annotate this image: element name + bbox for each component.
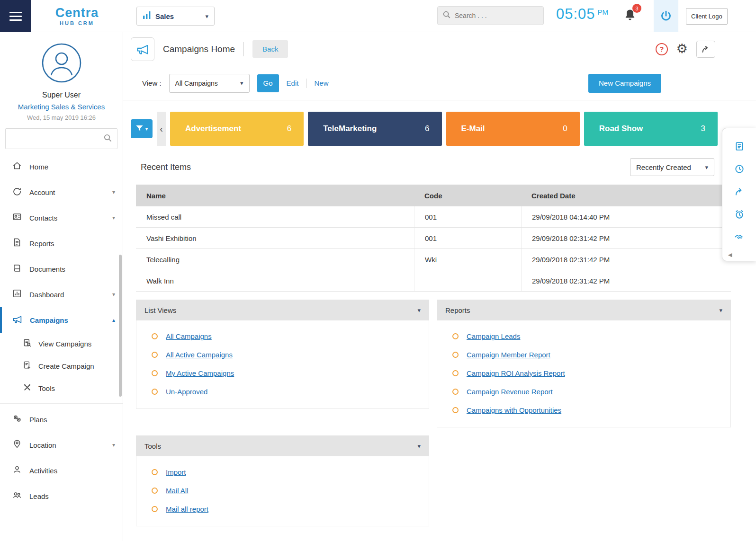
recent-items-header: Recent Items Recently Created ▾ [141,158,731,176]
radio-bullet-icon [452,370,459,376]
column-header-name: Name [136,185,414,206]
view-label: View : [142,79,162,87]
sidebar-item-account[interactable]: Account ▾ [0,179,123,205]
sidebar-item-tools[interactable]: Tools [0,377,123,399]
history-clock-icon[interactable] [722,158,756,180]
list-view-item[interactable]: All Campaigns [136,327,429,346]
notification-badge: 3 [632,4,641,13]
notifications-button[interactable]: 3 [623,8,639,25]
search-icon [103,133,112,144]
report-item[interactable]: Campaign Member Report [437,346,730,364]
share-arrow-icon[interactable] [722,180,756,203]
view-select[interactable]: All Campaigns ▾ [169,74,250,93]
sidebar-item-plans[interactable]: Plans [0,407,123,432]
activities-icon [12,465,22,476]
home-icon [12,161,22,172]
campaign-cards-row: ▾ ‹ Advertisement 6 TeleMarketing 6 E-Ma… [131,112,731,146]
tools-panel-header[interactable]: Tools ▾ [136,435,429,456]
sidebar-item-dashboard[interactable]: Dashboard ▾ [0,282,123,307]
tool-item[interactable]: Mail All [136,481,429,500]
report-item[interactable]: Campaign Leads [437,327,730,346]
reports-panel-header[interactable]: Reports ▾ [437,300,731,320]
card-email[interactable]: E-Mail 0 [446,112,580,146]
recent-sort-select[interactable]: Recently Created ▾ [630,158,714,176]
avatar [41,77,82,85]
table-header-row: Name Code Created Date [136,185,731,206]
sidebar-item-view-campaigns[interactable]: View Campaigns [0,333,123,355]
report-item[interactable]: Campaigns with Opportunities [437,401,730,419]
sidebar-item-documents[interactable]: Documents [0,256,123,282]
gear-icon[interactable]: ⚙ [676,43,688,55]
chevron-down-icon: ▾ [112,291,115,298]
edit-link[interactable]: Edit [287,79,299,87]
global-search-input[interactable] [455,12,531,19]
report-item[interactable]: Campaign ROI Analysis Report [437,364,730,382]
view-bar: View : All Campaigns ▾ Go Edit New New C… [123,66,756,100]
chevron-down-icon: ▾ [112,214,115,221]
sidebar-item-leads[interactable]: Leads [0,483,123,509]
topbar: Centra HUB CRM Sales ▾ 05:05 PM 3 Client… [0,0,756,32]
quick-actions-toolbar: ◀ [722,128,756,261]
user-name: Super User [0,91,123,99]
radio-bullet-icon [452,352,459,358]
leads-icon [12,490,22,502]
go-button[interactable]: Go [257,74,279,92]
user-role[interactable]: Marketing Sales & Services [0,103,123,111]
list-views-panel-header[interactable]: List Views ▾ [136,300,429,320]
table-row[interactable]: Missed call 001 29/09/2018 04:14:40 PM [136,206,731,228]
help-icon[interactable]: ? [656,43,668,55]
toolbar-collapse-icon[interactable]: ◀ [728,252,732,258]
radio-bullet-icon [452,389,459,395]
handshake-icon[interactable] [722,226,756,248]
new-link[interactable]: New [314,79,328,87]
report-clipboard-icon[interactable] [722,135,756,158]
logout-power-button[interactable] [654,0,678,32]
divider [243,42,244,56]
new-campaigns-button[interactable]: New Campaigns [588,74,661,93]
filter-button[interactable]: ▾ [131,119,153,138]
cards-prev-icon[interactable]: ‹ [157,112,166,146]
card-telemarketing[interactable]: TeleMarketing 6 [308,112,441,146]
table-row[interactable]: Vashi Exhibition 001 29/09/2018 02:31:42… [136,228,731,249]
sidebar-item-home[interactable]: Home [0,154,123,179]
sidebar-item-contacts[interactable]: Contacts ▾ [0,205,123,231]
list-view-item[interactable]: Un-Approved [136,382,429,401]
tool-item[interactable]: Mail all report [136,500,429,518]
list-view-item[interactable]: All Active Campaigns [136,346,429,364]
chevron-down-icon: ▾ [240,80,243,87]
alarm-reminder-icon[interactable] [722,203,756,226]
sidebar-item-location[interactable]: Location ▾ [0,432,123,458]
sidebar-nav: Home Account ▾ Contacts ▾ Reports Docume… [0,154,123,509]
divider [306,79,306,88]
sidebar-item-create-campaign[interactable]: Create Campaign [0,355,123,377]
list-view-item[interactable]: My Active Campaigns [136,364,429,382]
share-icon[interactable] [696,41,715,58]
sidebar-search-input[interactable] [10,135,103,142]
plans-icon [12,414,22,425]
hamburger-menu-button[interactable] [0,0,31,32]
sidebar-item-activities[interactable]: Activities [0,458,123,483]
column-header-code: Code [414,185,521,206]
global-search [437,6,544,25]
table-row[interactable]: Walk Inn 29/09/2018 02:31:42 PM [136,270,731,292]
table-row[interactable]: Telecalling Wki 29/09/2018 02:31:42 PM [136,249,731,270]
card-road-show[interactable]: Road Show 3 [584,112,718,146]
card-count: 6 [287,124,291,133]
report-item[interactable]: Campaign Revenue Report [437,382,730,401]
module-select[interactable]: Sales ▾ [136,7,215,26]
sidebar-item-reports[interactable]: Reports [0,231,123,256]
chevron-down-icon: ▾ [112,189,115,195]
radio-bullet-icon [152,370,158,376]
reports-icon [12,238,22,249]
sidebar-scrollbar[interactable] [119,255,122,397]
chevron-up-icon: ▴ [112,317,115,323]
radio-bullet-icon [152,389,158,395]
back-button[interactable]: Back [252,40,288,58]
radio-bullet-icon [152,506,158,512]
radio-bullet-icon [152,469,158,475]
chevron-down-icon: ▾ [705,164,708,171]
card-advertisement[interactable]: Advertisement 6 [170,112,304,146]
tool-item[interactable]: Import [136,463,429,481]
sidebar-search [5,128,117,149]
sidebar-item-campaigns[interactable]: Campaigns ▴ [0,307,123,333]
